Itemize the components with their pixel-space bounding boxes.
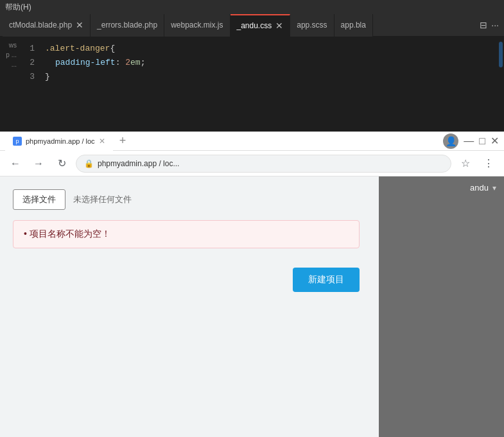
- refresh-button[interactable]: ↻: [53, 155, 71, 173]
- tab-label: _andu.css: [237, 21, 272, 30]
- gutter-item: ws: [9, 42, 17, 49]
- maximize-button[interactable]: □: [479, 135, 485, 147]
- scroll-thumb: [499, 42, 503, 67]
- code-token: 2: [125, 58, 130, 67]
- address-bar[interactable]: 🔒 phpmyadmin.app / loc...: [76, 155, 451, 173]
- code-token: .alert-danger: [45, 42, 110, 55]
- alert-danger-box: • 项目名称不能为空！: [13, 220, 360, 248]
- browser-navbar: ← → ↻ 🔒 phpmyadmin.app / loc... ☆ ⋮: [0, 151, 504, 176]
- browser-tab-close-icon[interactable]: ✕: [99, 137, 105, 146]
- code-token: {: [110, 42, 115, 55]
- split-editor-icon[interactable]: ⊟: [480, 20, 487, 30]
- editor-content-area: ws p ... ... 1 .alert-danger{ 2 padding-…: [0, 37, 504, 132]
- user-avatar-icon: 👤: [443, 133, 458, 149]
- security-lock-icon: 🔒: [84, 159, 94, 168]
- code-token: :: [116, 58, 126, 67]
- page-main: 选择文件 未选择任何文件 • 项目名称不能为空！ 新建项目: [0, 176, 379, 437]
- editor-tab-appbla[interactable]: app.bla: [335, 14, 373, 37]
- editor-tab-errors[interactable]: _errors.blade.php: [91, 14, 164, 37]
- line-number: 3: [19, 71, 45, 83]
- minimize-button[interactable]: —: [464, 135, 474, 147]
- forward-button[interactable]: →: [30, 155, 48, 173]
- create-project-button[interactable]: 新建项目: [293, 268, 360, 292]
- close-button[interactable]: ✕: [491, 135, 499, 147]
- user-dropdown-icon[interactable]: ▾: [492, 184, 496, 193]
- page-sidebar: andu ▾: [379, 176, 504, 437]
- tab-action-area: ⊟ ···: [480, 20, 504, 30]
- bookmark-button[interactable]: ☆: [456, 155, 474, 173]
- back-button[interactable]: ←: [6, 155, 24, 173]
- help-menu[interactable]: 帮助(H): [5, 2, 31, 13]
- editor-tab-andu[interactable]: _andu.css ✕: [230, 14, 291, 37]
- favicon-icon: p: [13, 137, 22, 146]
- code-editor[interactable]: 1 .alert-danger{ 2 padding-left: 2em; 3 …: [19, 37, 496, 132]
- tab-label: app.bla: [341, 21, 366, 30]
- tab-close-icon[interactable]: ✕: [76, 21, 83, 30]
- code-line-3: 3 }: [19, 70, 496, 84]
- editor-tab-webpack[interactable]: webpack.mix.js: [164, 14, 230, 37]
- tab-label: ctModal.blade.php: [9, 21, 72, 30]
- browser-titlebar: p phpmyadmin.app / loc ✕ + 👤 — □ ✕: [0, 132, 504, 151]
- tab-label: webpack.mix.js: [171, 21, 223, 30]
- editor-tab-appscss[interactable]: app.scss: [290, 14, 334, 37]
- tab-close-icon[interactable]: ✕: [275, 21, 283, 30]
- browser-tab-bar: p phpmyadmin.app / loc ✕ +: [5, 132, 131, 151]
- tab-label: _errors.blade.php: [97, 21, 157, 30]
- code-token: padding-left: [55, 58, 116, 67]
- editor-scrollbar[interactable]: [496, 37, 504, 132]
- tab-label: app.scss: [297, 21, 327, 30]
- browser-window: p phpmyadmin.app / loc ✕ + 👤 — □ ✕ ← → ↻…: [0, 132, 504, 437]
- menu-bar: 帮助(H): [0, 0, 504, 14]
- window-controls: 👤 — □ ✕: [443, 133, 499, 149]
- code-line-2: 2 padding-left: 2em;: [19, 56, 496, 70]
- tab-title: phpmyadmin.app / loc: [26, 137, 95, 145]
- browser-active-tab[interactable]: p phpmyadmin.app / loc ✕: [5, 132, 113, 151]
- code-token: }: [45, 71, 50, 83]
- code-token: ;: [141, 58, 146, 67]
- username-text: andu: [470, 183, 489, 193]
- user-info-area: andu ▾: [379, 176, 504, 199]
- file-name-label: 未选择任何文件: [73, 194, 132, 205]
- new-tab-button[interactable]: +: [114, 134, 132, 148]
- editor-left-gutter: ws p ... ...: [0, 37, 19, 132]
- alert-message: • 项目名称不能为空！: [24, 228, 110, 239]
- url-text: phpmyadmin.app / loc...: [98, 159, 179, 168]
- create-project-area: 新建项目: [13, 268, 360, 292]
- line-number: 2: [19, 56, 45, 69]
- editor-tab-bar: ctModal.blade.php ✕ _errors.blade.php we…: [0, 14, 504, 37]
- line-number: 1: [19, 42, 45, 55]
- gutter-item: p ...: [6, 51, 17, 58]
- choose-file-button[interactable]: 选择文件: [13, 189, 65, 210]
- code-token: em: [130, 58, 141, 67]
- favicon-text: p: [15, 138, 19, 144]
- more-button[interactable]: ⋮: [480, 155, 498, 173]
- file-upload-row: 选择文件 未选择任何文件: [13, 189, 366, 210]
- code-line-1: 1 .alert-danger{: [19, 42, 496, 56]
- code-indent: padding-left: 2em;: [45, 56, 145, 69]
- editor-tab-ctmodal[interactable]: ctModal.blade.php ✕: [3, 14, 91, 37]
- gutter-item: ...: [12, 61, 17, 68]
- more-tabs-icon[interactable]: ···: [491, 20, 499, 30]
- page-content-area: 选择文件 未选择任何文件 • 项目名称不能为空！ 新建项目 andu ▾: [0, 176, 504, 437]
